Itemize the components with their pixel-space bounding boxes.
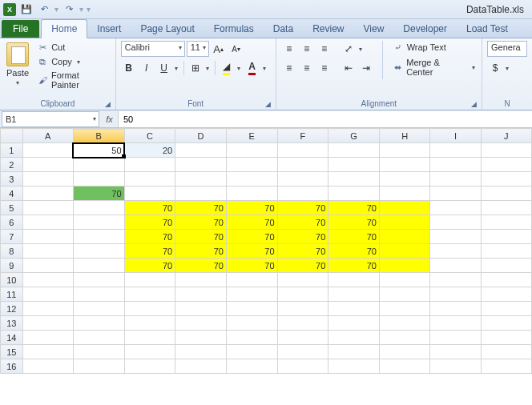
number-format-combo[interactable]: Genera: [487, 41, 527, 57]
col-header-I[interactable]: I: [430, 129, 481, 143]
cell-D14[interactable]: [175, 331, 227, 345]
cut-button[interactable]: ✂Cut: [35, 41, 111, 54]
cell-E15[interactable]: [226, 345, 277, 359]
cell-E5[interactable]: 70: [226, 201, 277, 215]
wrap-text-button[interactable]: ⤶Wrap Text: [391, 41, 477, 54]
alignment-launcher-icon[interactable]: ◢: [471, 100, 477, 108]
row-header-11[interactable]: 11: [1, 287, 23, 302]
paste-dropdown-icon[interactable]: ▾: [16, 79, 19, 86]
cell-D3[interactable]: [175, 172, 227, 186]
cell-C3[interactable]: [124, 172, 175, 186]
currency-dropdown-icon[interactable]: ▾: [503, 60, 511, 76]
cell-H10[interactable]: [379, 273, 429, 287]
cell-C15[interactable]: [124, 345, 175, 359]
cell-E2[interactable]: [226, 158, 277, 172]
cell-G8[interactable]: 70: [328, 244, 380, 259]
cell-H7[interactable]: [379, 230, 429, 244]
cell-F2[interactable]: [277, 158, 328, 172]
cell-H9[interactable]: [379, 259, 429, 273]
cell-I12[interactable]: [430, 302, 481, 316]
cell-F15[interactable]: [277, 345, 328, 359]
cell-A2[interactable]: [22, 158, 73, 172]
cell-J14[interactable]: [481, 331, 531, 345]
cell-C2[interactable]: [124, 158, 175, 172]
col-header-H[interactable]: H: [379, 129, 429, 143]
cell-B3[interactable]: [73, 172, 124, 186]
fx-button[interactable]: fx: [101, 111, 119, 127]
cell-A13[interactable]: [22, 316, 73, 331]
cell-B11[interactable]: [73, 287, 124, 302]
cell-D10[interactable]: [175, 273, 227, 287]
cell-H1[interactable]: [379, 143, 429, 158]
font-launcher-icon[interactable]: ◢: [265, 100, 271, 108]
cell-G6[interactable]: 70: [328, 215, 380, 230]
select-all-corner[interactable]: [1, 129, 23, 143]
format-painter-button[interactable]: 🖌Format Painter: [35, 70, 111, 90]
cell-B15[interactable]: [73, 345, 124, 359]
cell-B7[interactable]: [73, 230, 124, 244]
cell-J3[interactable]: [481, 172, 531, 186]
cell-F13[interactable]: [277, 316, 328, 331]
row-header-4[interactable]: 4: [1, 186, 23, 201]
clipboard-launcher-icon[interactable]: ◢: [105, 100, 111, 108]
cell-I16[interactable]: [430, 359, 481, 374]
cell-E4[interactable]: [226, 186, 277, 201]
tab-formulas[interactable]: Formulas: [204, 20, 264, 38]
align-bottom-button[interactable]: ≡: [316, 41, 332, 57]
cell-G9[interactable]: 70: [328, 259, 380, 273]
cell-B16[interactable]: [73, 359, 124, 374]
grow-font-button[interactable]: A▴: [211, 41, 227, 57]
name-box[interactable]: B1▾: [2, 111, 99, 127]
row-header-10[interactable]: 10: [1, 273, 23, 287]
cell-I15[interactable]: [430, 345, 481, 359]
currency-button[interactable]: $: [487, 60, 503, 76]
cell-A9[interactable]: [22, 259, 73, 273]
row-header-13[interactable]: 13: [1, 316, 23, 331]
col-header-D[interactable]: D: [175, 129, 227, 143]
align-middle-button[interactable]: ≡: [299, 41, 315, 57]
tab-home[interactable]: Home: [41, 19, 87, 38]
cell-G1[interactable]: [328, 143, 380, 158]
cell-F4[interactable]: [277, 186, 328, 201]
cell-H15[interactable]: [379, 345, 429, 359]
row-header-7[interactable]: 7: [1, 230, 23, 244]
cell-A11[interactable]: [22, 287, 73, 302]
copy-button[interactable]: ⧉Copy▾: [35, 55, 111, 68]
cell-F10[interactable]: [277, 273, 328, 287]
cell-C7[interactable]: 70: [124, 230, 175, 244]
cell-J7[interactable]: [481, 230, 531, 244]
cell-I10[interactable]: [430, 273, 481, 287]
cell-I7[interactable]: [430, 230, 481, 244]
merge-dropdown-icon[interactable]: ▾: [472, 64, 475, 71]
cell-I2[interactable]: [430, 158, 481, 172]
cell-E13[interactable]: [226, 316, 277, 331]
cell-I9[interactable]: [430, 259, 481, 273]
font-color-dropdown-icon[interactable]: ▾: [260, 60, 268, 76]
undo-dropdown-icon[interactable]: ▾: [54, 5, 58, 14]
cell-H5[interactable]: [379, 201, 429, 215]
cell-E3[interactable]: [226, 172, 277, 186]
cell-A3[interactable]: [22, 172, 73, 186]
cell-D11[interactable]: [175, 287, 227, 302]
cell-B12[interactable]: [73, 302, 124, 316]
cell-J1[interactable]: [481, 143, 531, 158]
cell-C9[interactable]: 70: [124, 259, 175, 273]
cell-A14[interactable]: [22, 331, 73, 345]
row-header-3[interactable]: 3: [1, 172, 23, 186]
cell-G14[interactable]: [328, 331, 380, 345]
cell-H13[interactable]: [379, 316, 429, 331]
cell-G16[interactable]: [328, 359, 380, 374]
cell-J9[interactable]: [481, 259, 531, 273]
cell-A1[interactable]: [22, 143, 73, 158]
cell-J12[interactable]: [481, 302, 531, 316]
cell-H11[interactable]: [379, 287, 429, 302]
formula-input[interactable]: [119, 111, 532, 127]
cell-D9[interactable]: 70: [175, 259, 227, 273]
cell-A12[interactable]: [22, 302, 73, 316]
italic-button[interactable]: I: [139, 60, 155, 76]
cell-C10[interactable]: [124, 273, 175, 287]
paste-button[interactable]: Paste ▾: [5, 41, 30, 88]
row-header-8[interactable]: 8: [1, 244, 23, 259]
cell-F6[interactable]: 70: [277, 215, 328, 230]
cell-J10[interactable]: [481, 273, 531, 287]
